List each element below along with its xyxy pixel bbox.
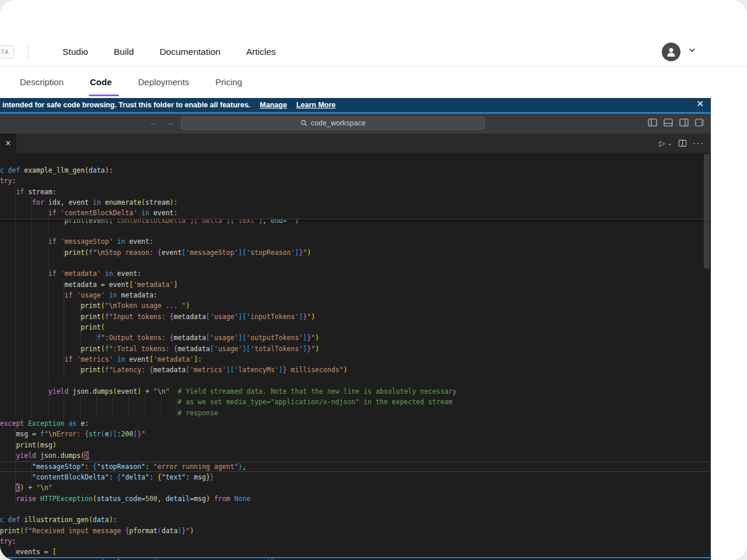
code-content: print(event['contentBlockDelta']['delta'…: [0, 215, 711, 560]
code-line: print(f"Latency: {metadata['metrics']['l…: [0, 365, 711, 375]
code-editor[interactable]: print(event['contentBlockDelta']['delta'…: [0, 153, 711, 560]
search-icon: [301, 120, 308, 127]
nav-items: Studio Build Documentation Articles: [62, 47, 276, 57]
code-line: yield json.dumps({: [0, 450, 711, 461]
nav-divider: [28, 44, 29, 60]
forward-arrow-icon[interactable]: →: [166, 117, 174, 127]
split-editor-icon[interactable]: [678, 139, 687, 148]
restricted-mode-banner: intended for safe code browsing. Trust t…: [0, 98, 711, 112]
code-line: for idx, event in enumerate(stream):: [0, 197, 711, 208]
code-line: if 'contentBlockDelta' in event:: [0, 208, 711, 218]
editor-tab-close-icon[interactable]: ✕: [0, 134, 16, 153]
code-line: # response: [0, 408, 711, 418]
customize-layout-icon[interactable]: [694, 117, 705, 128]
chevron-down-icon[interactable]: [688, 46, 696, 57]
code-line: metadata = event['metadata']: [0, 279, 711, 290]
code-line: print(f"Received input message {pformat(…: [0, 526, 711, 536]
beta-badge: ETA: [0, 46, 14, 58]
nav-articles[interactable]: Articles: [246, 47, 276, 57]
code-line: f":Output tokens: {metadata['usage']['ou…: [0, 332, 711, 343]
banner-learn-more-link[interactable]: Learn More: [296, 101, 336, 109]
code-line: [0, 376, 711, 386]
code-line: except Exception as e:: [0, 418, 711, 429]
tab-code[interactable]: Code: [90, 77, 112, 87]
tab-pricing[interactable]: Pricing: [215, 77, 242, 87]
toggle-panel-icon[interactable]: [663, 117, 673, 128]
editor-tab-bar: ✕ ▷ ⌄ ···: [0, 134, 711, 153]
banner-close-icon[interactable]: ✕: [696, 99, 704, 109]
code-line: raise HTTPException(status_code=500, det…: [0, 494, 711, 504]
code-line: async def illustration_gen(data):: [0, 514, 711, 525]
code-line: if 'metadata' in event:: [0, 268, 711, 279]
command-center-search[interactable]: code_workspace: [181, 117, 485, 130]
code-line: if stream:: [0, 187, 711, 197]
avatar[interactable]: [662, 43, 680, 61]
code-line: if 'messageStop' in event:: [0, 236, 711, 247]
code-line: "contentBlockDelta": {"delta": {"text": …: [0, 472, 711, 482]
code-line: # as we set media_type="application/x-nd…: [0, 397, 711, 407]
code-line: print(: [0, 322, 711, 332]
editor-more-icon[interactable]: ···: [693, 138, 704, 149]
search-value: code_workspace: [311, 119, 366, 127]
editor-actions: ▷ ⌄ ···: [659, 134, 704, 153]
code-line: }) + "\n": [0, 482, 711, 493]
back-arrow-icon[interactable]: ←: [149, 117, 158, 127]
run-icon[interactable]: ▷: [659, 139, 665, 148]
sticky-scroll: async def example_llm_gen(data): try: if…: [0, 165, 711, 219]
code-line: async def example_llm_gen(data):: [0, 165, 711, 176]
toggle-sidebar-icon[interactable]: [647, 117, 658, 128]
banner-manage-link[interactable]: Manage: [260, 101, 287, 109]
code-line: [0, 226, 711, 236]
code-line: if 'metrics' in event['metadata']:: [0, 354, 711, 365]
run-chevron-icon[interactable]: ⌄: [668, 140, 672, 146]
code-line: try:: [0, 536, 711, 547]
toggle-secondary-sidebar-icon[interactable]: [679, 117, 689, 128]
nav-build[interactable]: Build: [114, 47, 134, 57]
status-bar-edge: [0, 557, 711, 559]
person-icon: [665, 46, 677, 58]
layout-controls: [647, 117, 705, 128]
code-line: print("\nToken usage ... "): [0, 300, 711, 311]
code-line: yield json.dumps(event) + "\n" # Yield s…: [0, 386, 711, 397]
tab-code-label: Code: [90, 77, 112, 87]
page-tabs: Description Code Deployments Pricing: [0, 66, 747, 87]
app-window: ETA Studio Build Documentation Articles …: [0, 0, 747, 560]
top-navigation: ETA Studio Build Documentation Articles: [0, 38, 747, 66]
active-tab-underline: [89, 94, 119, 96]
code-line: print(f"Input tokens: {metadata['usage']…: [0, 312, 711, 322]
code-line: "messageStop": {"stopReason": "error run…: [0, 461, 711, 472]
banner-message: intended for safe code browsing. Trust t…: [2, 101, 250, 109]
tab-deployments[interactable]: Deployments: [138, 77, 190, 87]
code-line: [0, 258, 711, 268]
code-line: if 'usage' in metadata:: [0, 290, 711, 300]
tab-description[interactable]: Description: [20, 77, 64, 87]
code-line: print(f":Total tokens: {metadata['usage'…: [0, 344, 711, 354]
page-tabs-row: Description Code Deployments Pricing Pub…: [0, 66, 747, 99]
nav-studio[interactable]: Studio: [62, 47, 88, 57]
progress-line: [0, 112, 711, 114]
code-line: msg = f"\nError: {str(e)[:200]}": [0, 429, 711, 439]
vscode-titlebar: ← → code_workspace: [0, 112, 711, 134]
code-line: [0, 504, 711, 514]
vertical-scrollbar[interactable]: [704, 154, 710, 268]
code-line: print(msg): [0, 440, 711, 450]
code-line: print(f"\nStop reason: {event['messageSt…: [0, 247, 711, 258]
nav-documentation[interactable]: Documentation: [159, 47, 220, 57]
vscode-workbench: intended for safe code browsing. Trust t…: [0, 98, 711, 560]
code-line: events = [: [0, 547, 711, 557]
code-line: try:: [0, 176, 711, 186]
